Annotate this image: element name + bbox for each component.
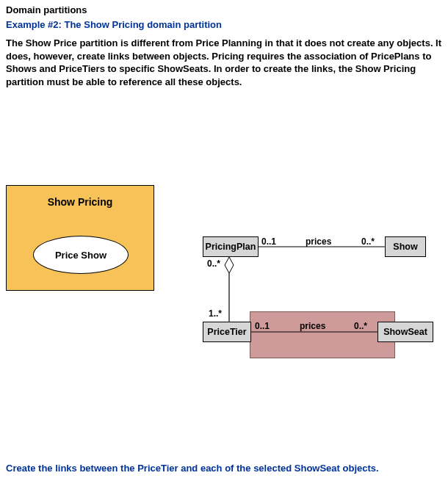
svg-marker-2 — [225, 257, 234, 273]
partition-box: Show Pricing Price Show — [6, 185, 154, 291]
class-show: Show — [385, 236, 426, 257]
class-pricetier: PriceTier — [203, 322, 251, 342]
mult-tier-seat-right: 0..* — [354, 321, 367, 331]
mult-plan-tier-bottom: 1..* — [209, 308, 222, 319]
mult-tier-seat-left: 0..1 — [255, 321, 270, 331]
page-title: Domain partitions — [6, 4, 87, 15]
class-showseat: ShowSeat — [377, 322, 433, 342]
role-plan-show: prices — [306, 236, 331, 247]
page-description: The Show Price partition is different fr… — [6, 37, 442, 88]
footer-note: Create the links between the PriceTier a… — [6, 463, 379, 474]
mult-plan-tier-top: 0..* — [207, 258, 220, 269]
class-showseat-label: ShowSeat — [383, 327, 427, 337]
mult-plan-show-right: 0..* — [361, 236, 375, 247]
class-pricetier-label: PriceTier — [207, 327, 246, 337]
association-highlight — [250, 311, 395, 358]
class-show-label: Show — [393, 242, 417, 252]
class-pricingplan-label: PricingPlan — [206, 242, 256, 252]
usecase-label: Price Show — [55, 250, 106, 261]
class-pricingplan: PricingPlan — [203, 236, 259, 257]
mult-plan-show-left: 0..1 — [261, 236, 276, 247]
partition-title: Show Pricing — [7, 196, 153, 208]
usecase-price-show: Price Show — [33, 236, 129, 274]
page-subtitle: Example #2: The Show Pricing domain part… — [6, 19, 222, 30]
role-tier-seat: prices — [300, 321, 325, 331]
page: Domain partitions Example #2: The Show P… — [0, 0, 448, 492]
